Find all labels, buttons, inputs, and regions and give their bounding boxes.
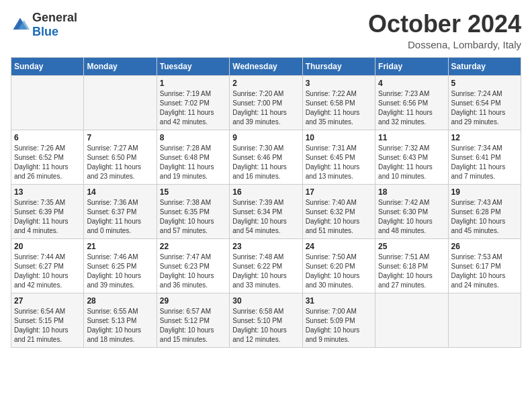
day-info: Sunrise: 7:48 AMSunset: 6:22 PMDaylight:… xyxy=(232,253,299,290)
day-info: Sunrise: 6:57 AMSunset: 5:12 PMDaylight:… xyxy=(160,307,226,345)
day-number: 31 xyxy=(306,296,372,306)
day-info: Sunrise: 6:55 AMSunset: 5:13 PMDaylight:… xyxy=(87,307,153,345)
day-info: Sunrise: 7:28 AMSunset: 6:48 PMDaylight:… xyxy=(160,144,226,181)
day-number: 8 xyxy=(160,133,226,142)
day-info: Sunrise: 7:47 AMSunset: 6:23 PMDaylight:… xyxy=(160,253,226,290)
calendar-cell: 30Sunrise: 6:58 AMSunset: 5:10 PMDayligh… xyxy=(230,293,302,347)
day-number: 4 xyxy=(378,79,445,88)
day-info: Sunrise: 7:40 AMSunset: 6:32 PMDaylight:… xyxy=(306,198,372,236)
page-header: General Blue October 2024 Dossena, Lomba… xyxy=(11,11,521,50)
calendar-cell: 29Sunrise: 6:57 AMSunset: 5:12 PMDayligh… xyxy=(157,293,229,347)
day-info: Sunrise: 7:23 AMSunset: 6:56 PMDaylight:… xyxy=(378,89,445,127)
day-number: 9 xyxy=(232,133,299,142)
day-info: Sunrise: 7:30 AMSunset: 6:46 PMDaylight:… xyxy=(232,144,299,181)
logo-blue: Blue xyxy=(32,25,58,38)
day-info: Sunrise: 7:35 AMSunset: 6:39 PMDaylight:… xyxy=(14,198,81,236)
day-info: Sunrise: 7:39 AMSunset: 6:34 PMDaylight:… xyxy=(232,198,299,236)
calendar-cell: 20Sunrise: 7:44 AMSunset: 6:27 PMDayligh… xyxy=(11,238,84,293)
week-row-1: 1Sunrise: 7:19 AMSunset: 7:02 PMDaylight… xyxy=(11,75,521,130)
calendar-cell: 22Sunrise: 7:47 AMSunset: 6:23 PMDayligh… xyxy=(157,238,229,293)
calendar-cell: 24Sunrise: 7:50 AMSunset: 6:20 PMDayligh… xyxy=(302,238,375,293)
calendar-cell: 5Sunrise: 7:24 AMSunset: 6:54 PMDaylight… xyxy=(448,75,521,130)
week-row-2: 6Sunrise: 7:26 AMSunset: 6:52 PMDaylight… xyxy=(11,130,521,184)
calendar-cell: 9Sunrise: 7:30 AMSunset: 6:46 PMDaylight… xyxy=(230,130,302,184)
day-info: Sunrise: 7:53 AMSunset: 6:17 PMDaylight:… xyxy=(451,253,518,290)
calendar-cell: 2Sunrise: 7:20 AMSunset: 7:00 PMDaylight… xyxy=(230,75,302,130)
day-info: Sunrise: 7:43 AMSunset: 6:28 PMDaylight:… xyxy=(451,198,518,236)
day-number: 15 xyxy=(160,187,226,197)
day-number: 2 xyxy=(232,79,299,88)
day-number: 7 xyxy=(87,133,153,142)
calendar-cell: 8Sunrise: 7:28 AMSunset: 6:48 PMDaylight… xyxy=(157,130,229,184)
calendar-cell xyxy=(84,75,157,130)
day-number: 11 xyxy=(378,133,445,142)
day-info: Sunrise: 7:24 AMSunset: 6:54 PMDaylight:… xyxy=(451,89,518,127)
logo-icon xyxy=(11,15,30,34)
calendar-cell: 1Sunrise: 7:19 AMSunset: 7:02 PMDaylight… xyxy=(157,75,229,130)
day-header-thursday: Thursday xyxy=(302,57,375,75)
day-number: 18 xyxy=(378,187,445,197)
day-info: Sunrise: 7:22 AMSunset: 6:58 PMDaylight:… xyxy=(306,89,372,127)
day-number: 13 xyxy=(14,187,81,197)
calendar-cell: 7Sunrise: 7:27 AMSunset: 6:50 PMDaylight… xyxy=(84,130,157,184)
day-header-monday: Monday xyxy=(84,57,157,75)
calendar-cell: 6Sunrise: 7:26 AMSunset: 6:52 PMDaylight… xyxy=(11,130,84,184)
calendar-cell: 21Sunrise: 7:46 AMSunset: 6:25 PMDayligh… xyxy=(84,238,157,293)
day-info: Sunrise: 7:46 AMSunset: 6:25 PMDaylight:… xyxy=(87,253,153,290)
day-number: 10 xyxy=(306,133,372,142)
logo: General Blue xyxy=(11,11,77,39)
calendar-cell xyxy=(375,293,448,347)
day-info: Sunrise: 7:27 AMSunset: 6:50 PMDaylight:… xyxy=(87,144,153,181)
calendar-cell: 13Sunrise: 7:35 AMSunset: 6:39 PMDayligh… xyxy=(11,184,84,238)
header-row: SundayMondayTuesdayWednesdayThursdayFrid… xyxy=(11,57,521,75)
day-info: Sunrise: 7:50 AMSunset: 6:20 PMDaylight:… xyxy=(306,253,372,290)
calendar-cell: 19Sunrise: 7:43 AMSunset: 6:28 PMDayligh… xyxy=(448,184,521,238)
day-number: 27 xyxy=(14,296,81,306)
calendar-cell: 31Sunrise: 7:00 AMSunset: 5:09 PMDayligh… xyxy=(302,293,375,347)
day-info: Sunrise: 7:44 AMSunset: 6:27 PMDaylight:… xyxy=(14,253,81,290)
day-info: Sunrise: 7:38 AMSunset: 6:35 PMDaylight:… xyxy=(160,198,226,236)
day-info: Sunrise: 7:19 AMSunset: 7:02 PMDaylight:… xyxy=(160,89,226,127)
day-number: 19 xyxy=(451,187,518,197)
calendar-cell: 17Sunrise: 7:40 AMSunset: 6:32 PMDayligh… xyxy=(302,184,375,238)
day-info: Sunrise: 6:54 AMSunset: 5:15 PMDaylight:… xyxy=(14,307,81,345)
calendar-cell: 12Sunrise: 7:34 AMSunset: 6:41 PMDayligh… xyxy=(448,130,521,184)
calendar-cell: 3Sunrise: 7:22 AMSunset: 6:58 PMDaylight… xyxy=(302,75,375,130)
day-number: 6 xyxy=(14,133,81,142)
day-number: 14 xyxy=(87,187,153,197)
calendar-cell: 27Sunrise: 6:54 AMSunset: 5:15 PMDayligh… xyxy=(11,293,84,347)
day-info: Sunrise: 7:26 AMSunset: 6:52 PMDaylight:… xyxy=(14,144,81,181)
day-header-saturday: Saturday xyxy=(448,57,521,75)
location: Dossena, Lombardy, Italy xyxy=(368,39,521,50)
day-number: 28 xyxy=(87,296,153,306)
day-number: 5 xyxy=(451,79,518,88)
day-header-wednesday: Wednesday xyxy=(230,57,302,75)
week-row-4: 20Sunrise: 7:44 AMSunset: 6:27 PMDayligh… xyxy=(11,238,521,293)
day-info: Sunrise: 6:58 AMSunset: 5:10 PMDaylight:… xyxy=(232,307,299,345)
day-info: Sunrise: 7:36 AMSunset: 6:37 PMDaylight:… xyxy=(87,198,153,236)
week-row-5: 27Sunrise: 6:54 AMSunset: 5:15 PMDayligh… xyxy=(11,293,521,347)
day-info: Sunrise: 7:42 AMSunset: 6:30 PMDaylight:… xyxy=(378,198,445,236)
month-year: October 2024 xyxy=(368,11,521,38)
day-info: Sunrise: 7:31 AMSunset: 6:45 PMDaylight:… xyxy=(306,144,372,181)
title-section: October 2024 Dossena, Lombardy, Italy xyxy=(368,11,521,50)
calendar-cell: 28Sunrise: 6:55 AMSunset: 5:13 PMDayligh… xyxy=(84,293,157,347)
day-info: Sunrise: 7:20 AMSunset: 7:00 PMDaylight:… xyxy=(232,89,299,127)
day-number: 22 xyxy=(160,242,226,251)
calendar-cell: 10Sunrise: 7:31 AMSunset: 6:45 PMDayligh… xyxy=(302,130,375,184)
day-info: Sunrise: 7:00 AMSunset: 5:09 PMDaylight:… xyxy=(306,307,372,345)
day-header-friday: Friday xyxy=(375,57,448,75)
day-number: 3 xyxy=(306,79,372,88)
day-number: 25 xyxy=(378,242,445,251)
day-info: Sunrise: 7:51 AMSunset: 6:18 PMDaylight:… xyxy=(378,253,445,290)
calendar-cell: 16Sunrise: 7:39 AMSunset: 6:34 PMDayligh… xyxy=(230,184,302,238)
day-number: 29 xyxy=(160,296,226,306)
day-number: 23 xyxy=(232,242,299,251)
day-number: 12 xyxy=(451,133,518,142)
day-number: 16 xyxy=(232,187,299,197)
day-number: 21 xyxy=(87,242,153,251)
day-number: 26 xyxy=(451,242,518,251)
calendar-cell xyxy=(448,293,521,347)
calendar-table: SundayMondayTuesdayWednesdayThursdayFrid… xyxy=(11,57,521,348)
calendar-cell: 26Sunrise: 7:53 AMSunset: 6:17 PMDayligh… xyxy=(448,238,521,293)
